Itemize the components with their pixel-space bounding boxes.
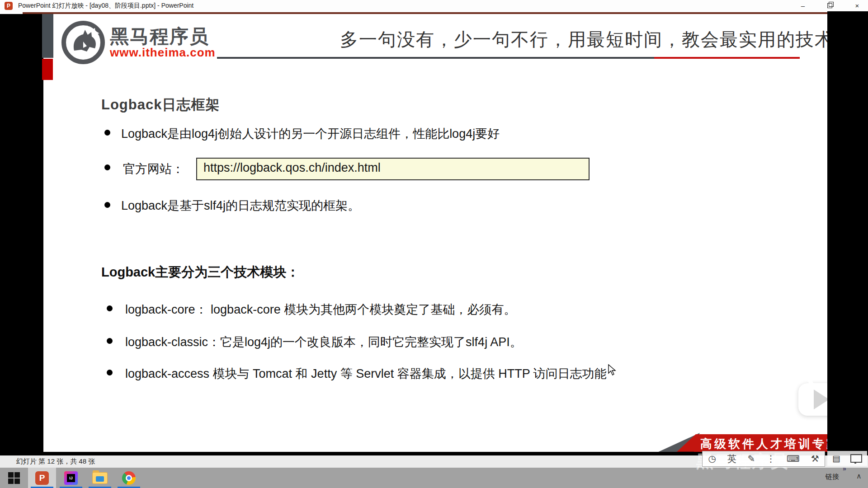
toolbar-overflow-icon[interactable]: » <box>843 465 846 472</box>
book-icon[interactable]: ▤ <box>832 453 840 464</box>
bullet-icon <box>107 305 113 311</box>
letterbox-right <box>827 11 868 455</box>
keyboard-icon[interactable]: ⌨ <box>787 452 800 466</box>
ime-toolbar: ◷ 英 ✎ ⋮ ⌨ ⚒ <box>702 451 825 467</box>
mouse-cursor-icon <box>608 364 618 376</box>
chrome-icon <box>122 471 136 485</box>
slide-title: Logback日志框架 <box>101 95 220 114</box>
module-bullet-text: logback-core： logback-core 模块为其他两个模块奠定了基… <box>125 301 516 318</box>
logo-url: www.itheima.com <box>110 46 216 60</box>
header-underline-dark <box>217 57 654 59</box>
ribbon-text: 高级软件人才培训专家 <box>700 436 840 452</box>
slide-canvas[interactable] <box>43 14 827 452</box>
pen-icon[interactable]: ✎ <box>748 452 755 466</box>
taskbar-powerpoint-button[interactable]: P <box>28 468 56 488</box>
bullet-icon <box>104 130 110 136</box>
powerpoint-icon: P <box>35 471 49 485</box>
module-bullet-text: logback-classic：它是log4j的一个改良版本，同时它完整实现了s… <box>125 334 522 350</box>
windows-logo-icon <box>8 472 20 484</box>
taskbar-explorer-button[interactable] <box>86 468 114 488</box>
file-explorer-icon <box>92 472 108 484</box>
powerpoint-app-icon: P <box>5 2 13 10</box>
bullet-icon <box>107 370 113 375</box>
tools-icon[interactable]: ⚒ <box>811 452 819 466</box>
restore-button[interactable] <box>819 0 841 12</box>
minimize-button[interactable]: – <box>792 0 814 12</box>
bullet-icon <box>107 338 113 344</box>
deco-gray-bar <box>42 14 53 58</box>
links-toolbar-label[interactable]: 链接 <box>826 473 839 481</box>
start-button[interactable] <box>0 468 28 488</box>
bullet-icon <box>104 164 110 170</box>
more-icon[interactable]: ⋮ <box>766 452 775 466</box>
horse-logo-icon <box>61 20 106 65</box>
deco-red-square <box>42 59 53 80</box>
website-label: 官方网站： <box>123 161 184 177</box>
header-slogan: 多一句没有，少一句不行，用最短时间，教会最实用的技术！ <box>340 27 806 52</box>
module-bullet-text: logback-access 模块与 Tomcat 和 Jetty 等 Serv… <box>125 366 607 382</box>
letterbox-left <box>0 14 43 455</box>
close-button[interactable]: × <box>846 0 868 12</box>
expert-ribbon: 高级软件人才培训专家 <box>677 434 827 452</box>
sogou-icon[interactable]: ◷ <box>708 452 716 466</box>
url-text: https://logback.qos.ch/index.html <box>203 161 381 175</box>
slide-counter: 幻灯片 第 12 张，共 48 张 <box>16 457 95 466</box>
header-underline-red <box>654 57 800 59</box>
screen: P PowerPoint 幻灯片放映 - [day08、阶段项目.pptx] -… <box>0 0 868 488</box>
ime-side-toolbar: ▤ <box>827 451 867 466</box>
chevron-up-icon[interactable]: ∧ <box>856 472 862 480</box>
restore-icon-back <box>829 2 834 7</box>
intellij-idea-icon: IJ <box>64 471 78 485</box>
window-title-bar: P PowerPoint 幻灯片放映 - [day08、阶段项目.pptx] -… <box>0 0 868 12</box>
section-title: Logback主要分为三个技术模块： <box>101 263 299 282</box>
bullet-text: Logback是由log4j创始人设计的另一个开源日志组件，性能比log4j要好 <box>121 126 500 142</box>
window-title: PowerPoint 幻灯片放映 - [day08、阶段项目.pptx] - P… <box>18 2 193 10</box>
bullet-icon <box>104 202 110 208</box>
monitor-icon[interactable] <box>850 454 862 463</box>
bullet-text: Logback是基于slf4j的日志规范实现的框架。 <box>121 197 360 214</box>
play-icon <box>814 389 829 409</box>
taskbar-idea-button[interactable]: IJ <box>57 468 85 488</box>
taskbar-chrome-button[interactable] <box>115 468 143 488</box>
language-toggle-icon[interactable]: 英 <box>727 452 736 466</box>
